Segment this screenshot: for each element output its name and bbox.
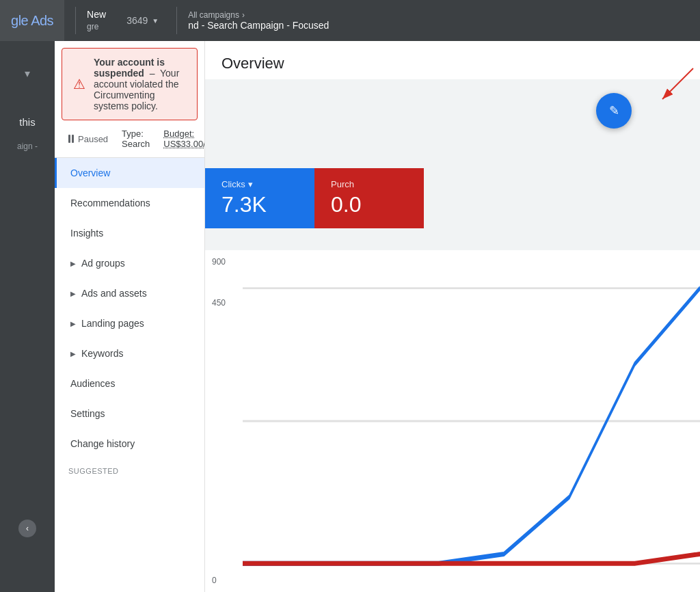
campaign-breadcrumb-area: All campaigns › nd - Search Campaign - F… (188, 10, 329, 31)
account-new-label: New (87, 8, 106, 22)
nav-keywords-arrow-icon: ▶ (70, 350, 76, 358)
budget-value[interactable]: US$33.00/day (163, 139, 205, 149)
pause-icon (68, 135, 74, 143)
nav-ad-groups-label: Ad groups (81, 258, 125, 269)
account-id: 3649 (126, 15, 148, 26)
suspended-banner: ⚠ Your account is suspended – Your accou… (62, 48, 198, 120)
nav-insights-label: Insights (70, 228, 103, 239)
logo-text: gle Ads (11, 13, 53, 29)
campaign-name: nd - Search Campaign - Focused (188, 20, 329, 31)
status-budget: Budget: US$33.00/day (163, 129, 205, 149)
pause-bar-1 (68, 135, 70, 143)
nav-ads-arrow-icon: ▶ (70, 290, 76, 297)
nav-audiences-label: Audiences (70, 378, 115, 389)
budget-label: Budget: (163, 129, 194, 139)
type-value: Search (122, 139, 150, 149)
nav-item-ads-assets[interactable]: ▶ Ads and assets (55, 278, 204, 308)
overview-title: Overview (205, 41, 700, 79)
clicks-value: 7.3K (221, 192, 298, 217)
collapse-icon: ‹ (26, 524, 29, 533)
nav-change-history-label: Change history (70, 438, 135, 449)
main-content: Overview ✎ Clicks ▾ 7.3K Purch (205, 41, 700, 592)
purchases-metric-card[interactable]: Purch 0.0 (314, 168, 424, 228)
metrics-cards: Clicks ▾ 7.3K Purch 0.0 (205, 168, 424, 228)
header-divider-1 (75, 7, 76, 34)
sidebar-campaign-label: aign - (17, 142, 38, 151)
chart-y-label-900: 900 (212, 257, 226, 267)
fab-edit-icon: ✎ (609, 103, 619, 118)
nav-ads-assets-label: Ads and assets (81, 288, 147, 299)
chart-y-label-0: 0 (212, 576, 217, 585)
purchases-label-text: Purch (331, 179, 354, 189)
nav-landing-pages-label: Landing pages (81, 318, 144, 329)
clicks-label: Clicks ▾ (221, 179, 298, 189)
nav-arrow-icon: ▶ (70, 260, 76, 267)
nav-keywords-label: Keywords (81, 348, 123, 359)
sidebar-dropdown-toggle[interactable]: ▾ (0, 60, 55, 87)
nav-sidebar: ⚠ Your account is suspended – Your accou… (55, 41, 205, 592)
dropdown-arrow-icon: ▾ (25, 67, 30, 80)
sidebar-this-item[interactable]: this (0, 109, 55, 135)
fab-edit-button[interactable]: ✎ (596, 93, 632, 129)
account-name: gre (87, 21, 106, 33)
nav-section-suggested: Suggested (55, 459, 204, 478)
sidebar-campaign-item[interactable]: aign - (0, 135, 55, 158)
chart-area: 900 450 0 (205, 250, 700, 592)
nav-item-ad-groups[interactable]: ▶ Ad groups (55, 248, 204, 278)
chart-svg (243, 250, 700, 592)
suspended-warning-icon: ⚠ (73, 76, 85, 92)
status-type: Type: Search (122, 129, 150, 149)
purchases-value: 0.0 (331, 192, 407, 217)
sidebar-this-label: this (19, 116, 35, 128)
main-layout: ▾ this aign - ‹ ⚠ Your account is suspen… (0, 41, 700, 592)
nav-item-change-history[interactable]: Change history (55, 429, 204, 459)
campaign-status-bar: Paused Type: Search Budget: US$33.00/day… (55, 120, 204, 158)
status-paused: Paused (68, 134, 108, 144)
nav-item-audiences[interactable]: Audiences (55, 368, 204, 399)
purchases-label: Purch (331, 179, 407, 189)
account-id-selector[interactable]: 3649 ▼ (120, 11, 165, 30)
nav-recommendations-label: Recommendations (70, 198, 150, 208)
nav-landing-arrow-icon: ▶ (70, 320, 76, 327)
suspended-text: Your account is suspended – Your account… (94, 57, 186, 111)
overview-title-text: Overview (221, 55, 284, 72)
header-divider-2 (176, 7, 177, 34)
app-logo: gle Ads (0, 0, 64, 41)
chart-y-label-450: 450 (212, 298, 226, 308)
all-campaigns-breadcrumb[interactable]: All campaigns › (188, 10, 329, 20)
top-header: gle Ads New gre 3649 ▼ All campaigns › n… (0, 0, 700, 41)
nav-item-settings[interactable]: Settings (55, 399, 204, 429)
all-campaigns-text: All campaigns (188, 10, 239, 20)
type-label: Type: (122, 129, 144, 139)
left-sidebar: ▾ this aign - ‹ (0, 41, 55, 592)
status-label: Paused (78, 134, 108, 144)
nav-item-insights[interactable]: Insights (55, 218, 204, 248)
clicks-label-text: Clicks (221, 179, 245, 189)
breadcrumb-chevron-icon: › (242, 10, 245, 20)
nav-overview-label: Overview (70, 167, 110, 178)
nav-item-keywords[interactable]: ▶ Keywords (55, 338, 204, 368)
clicks-dropdown-icon: ▾ (248, 179, 253, 189)
nav-item-overview[interactable]: Overview (55, 158, 204, 188)
nav-settings-label: Settings (70, 408, 105, 419)
nav-item-landing-pages[interactable]: ▶ Landing pages (55, 308, 204, 338)
account-dropdown-icon: ▼ (152, 17, 159, 25)
clicks-metric-card[interactable]: Clicks ▾ 7.3K (205, 168, 314, 228)
sidebar-collapse-button[interactable]: ‹ (18, 520, 36, 537)
account-info[interactable]: New gre (87, 8, 106, 33)
suspended-title: Your account is suspended (94, 57, 165, 79)
nav-suggested-label: Suggested (68, 467, 119, 475)
nav-item-recommendations[interactable]: Recommendations (55, 188, 204, 218)
pause-bar-2 (72, 135, 74, 143)
